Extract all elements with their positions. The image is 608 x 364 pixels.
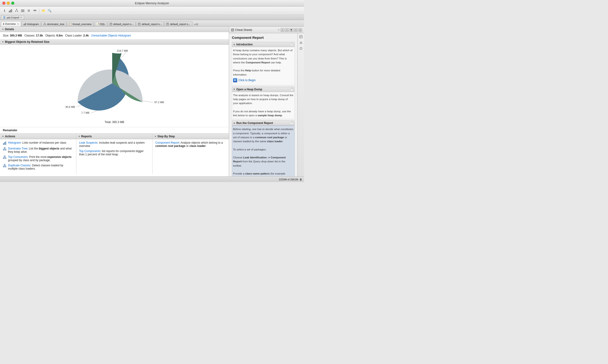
info-icon[interactable]: ℹ xyxy=(2,8,7,13)
svg-line-23 xyxy=(44,23,45,24)
oql-tab-icon: 📝 xyxy=(96,23,99,25)
panel-menu-btn[interactable]: ▼ xyxy=(290,28,293,32)
maximize-button[interactable] xyxy=(11,2,14,5)
report-leak-suspects: Leak Suspects: includes leak suspects an… xyxy=(79,141,150,148)
consumers-link[interactable]: Top Consumers xyxy=(8,155,28,159)
side-btn-1[interactable] xyxy=(298,34,304,39)
histogram-action-text: Histogram: Lists number of instances per… xyxy=(8,141,66,144)
tab-overview[interactable]: ℹ Overview ✕ xyxy=(1,21,21,26)
svg-point-64 xyxy=(301,49,301,49)
label-small1: 40.6 MB xyxy=(65,105,75,108)
top-components-link[interactable]: Top Components xyxy=(79,149,100,153)
dominator-link[interactable]: Dominator Tree xyxy=(8,147,28,150)
duplicate-link[interactable]: Duplicate Classes xyxy=(8,164,30,167)
gear-icon[interactable]: ⚙ xyxy=(26,8,31,13)
histogram-tab-icon xyxy=(23,23,26,26)
unreachable-link[interactable]: Unreachable Objects Histogram xyxy=(91,34,131,37)
panel-max-btn[interactable]: □ xyxy=(298,28,302,32)
folder-icon[interactable]: 📁 xyxy=(41,8,46,13)
panel-fwd-btn[interactable]: › xyxy=(285,28,289,32)
tab-oql-label: OQL xyxy=(100,23,105,26)
svg-rect-2 xyxy=(11,9,12,13)
panel-min-btn[interactable]: ─ xyxy=(294,28,298,32)
tab-overview-close[interactable]: ✕ xyxy=(17,23,19,25)
file-tab-row: pid-3.hprof ✕ xyxy=(0,15,304,20)
list-icon[interactable] xyxy=(20,8,25,13)
window-controls[interactable] xyxy=(2,2,14,5)
tab-thread-label: thread_overview xyxy=(73,23,92,26)
svg-line-41 xyxy=(5,149,6,149)
tab-dominator-label: dominator_tree xyxy=(47,23,64,26)
biggest-objects-title: Biggest Objects by Retained Size xyxy=(5,40,49,43)
side-btn-2[interactable] xyxy=(298,40,304,45)
actions-triangle: ▼ xyxy=(2,135,4,138)
top-components-text: Top Components: list reports for compone… xyxy=(79,149,150,156)
component-report-link[interactable]: Component Report xyxy=(155,141,179,144)
tab-histogram[interactable]: Histogram xyxy=(21,21,41,26)
right-panel-header: Cheat Sheets ✕ ‹ › ▼ ─ □ xyxy=(229,27,304,33)
step-header[interactable]: ▼ Step By Step xyxy=(152,134,229,139)
run-report-header[interactable]: ▼ Run the Component Report ? xyxy=(232,120,295,126)
search-icon[interactable]: 🔍 xyxy=(47,8,52,13)
step-title: Step By Step xyxy=(157,135,175,138)
tab-thread[interactable]: 📋 thread_overview xyxy=(67,21,94,26)
svg-rect-34 xyxy=(3,143,4,145)
tab-dominator[interactable]: dominator_tree xyxy=(41,21,67,26)
heap-dump-help-icon[interactable]: ? xyxy=(290,88,293,91)
run-report-label: Run the Component Report xyxy=(236,121,289,125)
separator1 xyxy=(39,9,39,13)
svg-rect-8 xyxy=(21,10,24,10)
tree-icon[interactable] xyxy=(14,8,19,13)
side-toolbar xyxy=(297,33,304,176)
svg-line-6 xyxy=(16,10,17,11)
file-tab[interactable]: pid-3.hprof ✕ xyxy=(1,15,24,20)
tab-report1[interactable]: default_report o... xyxy=(108,21,136,26)
heap-dump-header[interactable]: ▼ Open a Heap Dump ? xyxy=(232,87,295,92)
histogram-link[interactable]: Histogram xyxy=(8,141,21,144)
report1-tab-icon xyxy=(110,23,112,26)
click-to-begin[interactable]: ▶ Click to Begin xyxy=(233,78,293,82)
svg-line-51 xyxy=(5,165,6,166)
intro-help-icon[interactable]: ? xyxy=(290,43,293,46)
overview-icon: ℹ xyxy=(3,23,4,26)
action-top-consumers: Top Consumers: Print the most expensive … xyxy=(3,155,73,162)
minimize-button[interactable] xyxy=(7,2,10,5)
step-by-step-section: ▼ Step By Step Component Report: Analyze… xyxy=(152,134,229,174)
biggest-objects-section: ▼ Biggest Objects by Retained Size xyxy=(0,39,229,127)
dropdown-icon[interactable] xyxy=(32,8,38,13)
begin-text[interactable]: Click to Begin xyxy=(238,78,256,82)
begin-icon: ▶ xyxy=(233,78,237,82)
label-small2: 7.7 MB xyxy=(81,111,89,114)
tab-report2[interactable]: default_report o... xyxy=(136,21,164,26)
tab-report3[interactable]: default_report o... xyxy=(164,21,192,26)
svg-rect-35 xyxy=(4,142,5,145)
side-btn-3[interactable] xyxy=(298,46,304,51)
remainder-row: Remainder xyxy=(0,127,229,134)
tab-overflow[interactable]: »10 xyxy=(193,22,200,26)
cheatsheets-close[interactable]: ✕ xyxy=(278,28,280,31)
panel-back-btn[interactable]: ‹ xyxy=(281,28,284,32)
histogram-icon[interactable] xyxy=(8,8,13,13)
details-header[interactable]: ▼ Details xyxy=(0,27,229,32)
leak-suspects-link[interactable]: Leak Suspects xyxy=(79,141,98,144)
biggest-objects-header[interactable]: ▼ Biggest Objects by Retained Size xyxy=(0,39,229,45)
title-bar: Eclipse Memory Analyzer xyxy=(0,0,304,7)
svg-point-5 xyxy=(17,11,18,12)
svg-point-39 xyxy=(5,149,6,150)
svg-line-24 xyxy=(45,23,45,24)
cheatsheet-content: Component Report ▼ Introduction ? A heap… xyxy=(229,33,297,176)
reports-header[interactable]: ▼ Reports xyxy=(76,134,152,139)
actions-header[interactable]: ▼ Actions xyxy=(0,134,76,139)
tab-report2-label: default_report o... xyxy=(142,23,162,26)
tab-oql[interactable]: 📝 OQL xyxy=(94,21,107,26)
svg-point-47 xyxy=(4,164,5,165)
trash-icon[interactable]: 🗑 xyxy=(300,178,302,181)
file-tab-close[interactable]: ✕ xyxy=(20,16,22,19)
svg-rect-10 xyxy=(21,12,24,12)
status-bar: 2203M of 2661M 🗑 xyxy=(0,176,304,182)
intro-header[interactable]: ▼ Introduction ? xyxy=(232,42,295,47)
size-label: Size: xyxy=(3,34,9,37)
svg-rect-9 xyxy=(21,11,24,11)
close-button[interactable] xyxy=(2,2,5,5)
run-report-help-icon[interactable]: ? xyxy=(290,121,293,125)
